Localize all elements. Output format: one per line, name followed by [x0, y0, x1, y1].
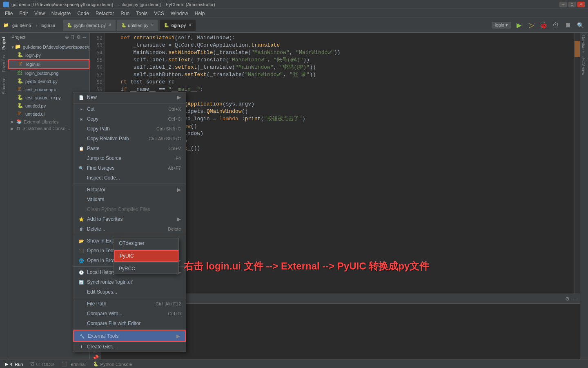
ctx-copy-path[interactable]: Copy Path Ctrl+Shift+C — [73, 124, 186, 134]
tab-untitled[interactable]: 🐍 untitled.py ✕ — [117, 20, 158, 31]
code-line-53: def retranslateUi(self, MainWindow): — [108, 34, 571, 42]
stop-button[interactable]: ⏹ — [564, 21, 572, 30]
ctx-delete[interactable]: 🗑 Delete... Delete — [73, 224, 186, 234]
tab-login[interactable]: 🐍 login.py ✕ — [160, 20, 196, 31]
menu-help[interactable]: Help — [192, 10, 208, 17]
gutter-marker — [575, 41, 580, 57]
menu-edit[interactable]: Edit — [16, 10, 31, 17]
menu-navigate[interactable]: Navigate — [48, 10, 74, 17]
tab-close-untitled[interactable]: ✕ — [151, 23, 154, 27]
settings-icon[interactable]: ⚙ — [76, 34, 81, 40]
ctx-explorer-icon: 📂 — [78, 238, 85, 244]
coverage-button[interactable]: ▷ — [527, 21, 536, 30]
ctx-compare-with[interactable]: Compare With... Ctrl+D — [73, 309, 186, 319]
sub-pyrcc[interactable]: PyRCC — [114, 264, 178, 274]
database-tab[interactable]: Database — [580, 33, 588, 55]
bottom-tab-python-console[interactable]: 🐍 Python Console — [90, 361, 136, 368]
menu-tools[interactable]: Tools — [133, 10, 151, 17]
menu-vcs[interactable]: VCS — [151, 10, 167, 17]
ctx-find-usages[interactable]: 🔍 Find Usages Alt+F7 — [73, 163, 186, 173]
profile-button[interactable]: ⏱ — [551, 21, 560, 30]
ctx-file-path[interactable]: File Path Ctrl+Alt+F12 — [73, 299, 186, 309]
ctx-create-gist[interactable]: ⬆ Create Gist... — [73, 342, 186, 352]
ctx-add-favorites[interactable]: ⭐ Add to Favorites ▶ — [73, 214, 186, 224]
tree-item-login-png[interactable]: 🖼 login_button.png — [8, 69, 89, 77]
ctx-inspect-label: Inspect Code... — [87, 175, 181, 181]
ctx-refactor[interactable]: Refactor ▶ — [73, 185, 186, 195]
tree-item-login-py[interactable]: 🐍 login.py — [8, 51, 89, 59]
tree-root[interactable]: ▼ 📁 gui-demo D:\develop\workspace\python… — [8, 43, 89, 51]
tab-close-pyqt5[interactable]: ✕ — [108, 23, 111, 27]
ctx-validate[interactable]: Validate — [73, 195, 186, 204]
menu-window[interactable]: Window — [167, 10, 192, 17]
run-config-selector[interactable]: login ▾ — [492, 22, 511, 29]
ctx-new[interactable]: 📄 New ▶ — [73, 92, 186, 102]
ctx-history-icon: 🕐 — [78, 269, 85, 276]
ctx-copy-path-icon — [78, 126, 85, 132]
pin-button[interactable]: 📌 — [91, 355, 100, 359]
maximize-button[interactable]: □ — [568, 2, 576, 7]
tab-close-login[interactable]: ✕ — [188, 23, 192, 27]
run-tab-icon-bottom: ▶ — [5, 361, 8, 367]
tab-label-login: login.py — [170, 23, 186, 28]
ctx-jump-to-source[interactable]: Jump to Source F4 — [73, 153, 186, 163]
ctx-synchronize[interactable]: 🔄 Synchronize 'login.ui' — [73, 277, 186, 287]
tab-icon-untitled: 🐍 — [121, 23, 126, 27]
python-console-label: Python Console — [100, 362, 132, 367]
menu-file[interactable]: File — [2, 10, 16, 17]
menu-refactor[interactable]: Refactor — [92, 10, 117, 17]
menu-view[interactable]: View — [31, 10, 48, 17]
ctx-copy-icon: ⎘ — [78, 116, 85, 122]
ctx-edit-scopes[interactable]: Edit Scopes... — [73, 287, 186, 297]
bottom-tab-terminal[interactable]: ⬛ Terminal — [58, 361, 89, 368]
ctx-compare-editor[interactable]: Compare File with Editor — [73, 319, 186, 328]
scv-view-tab[interactable]: SCV view — [580, 55, 588, 78]
ctx-copy-rel-path[interactable]: Copy Relative Path Ctrl+Alt+Shift+C — [73, 134, 186, 144]
label-untitled-py: untitled.py — [25, 103, 46, 108]
tree-item-pyqt5[interactable]: 🐍 pyqt5-demo1.py — [8, 77, 89, 85]
structure-tab[interactable]: Structure — [1, 75, 7, 97]
menu-run[interactable]: Run — [117, 10, 133, 17]
ctx-cut[interactable]: ✂ Cut Ctrl+X — [73, 104, 186, 114]
ctx-refactor-label: Refactor — [87, 187, 177, 193]
todo-tab-label: 6: TODO — [36, 362, 54, 367]
toolbar: 📁 gui-demo › login.ui 🐍 pyqt5-demo1.py ✕… — [0, 18, 588, 33]
ctx-external-tools[interactable]: 🔧 External Tools ▶ — [73, 330, 186, 342]
ctx-refactor-icon — [78, 186, 85, 193]
sub-pyuic[interactable]: PyUIC — [114, 250, 178, 262]
minimize-panel-icon[interactable]: ─ — [82, 34, 86, 40]
ctx-clean-compiled[interactable]: Clean Python Compiled Files — [73, 204, 186, 214]
bottom-tab-run[interactable]: ▶ 4: Run — [2, 361, 26, 368]
file-breadcrumb: login.ui — [41, 23, 55, 28]
ln-55: 55 — [90, 56, 102, 64]
search-everywhere-button[interactable]: 🔍 — [576, 21, 585, 30]
ctx-inspect[interactable]: Inspect Code... — [73, 173, 186, 183]
project-tab[interactable]: Project — [1, 34, 7, 52]
ctx-ext-tools-icon: 🔧 — [79, 333, 85, 339]
root-label: gui-demo D:\develop\workspace\python\gui… — [23, 45, 89, 49]
ext-libs-arrow: ▶ — [11, 119, 16, 124]
ctx-find-icon: 🔍 — [78, 165, 85, 171]
favorites-tab[interactable]: Favorites — [1, 53, 7, 74]
sort-icon[interactable]: ⇅ — [71, 34, 75, 40]
sub-qtdesigner[interactable]: QTdesigner — [114, 238, 178, 248]
ctx-copy-label: Copy — [87, 116, 160, 122]
run-button[interactable]: ▶ — [514, 21, 523, 30]
ctx-browser-icon: 🌐 — [78, 257, 85, 264]
debug-button[interactable]: 🐞 — [539, 21, 548, 30]
ctx-find-shortcut: Alt+F7 — [168, 166, 181, 171]
sync-icon[interactable]: ⊕ — [65, 34, 69, 40]
project-breadcrumb: gui-demo — [12, 23, 31, 28]
run-settings-icon[interactable]: ⚙ — [565, 296, 570, 302]
minimize-button[interactable]: ─ — [559, 2, 567, 7]
close-button[interactable]: ✕ — [577, 2, 585, 7]
bottom-tab-todo[interactable]: ☑ 6: TODO — [27, 361, 57, 368]
ctx-copy[interactable]: ⎘ Copy Ctrl+C — [73, 114, 186, 124]
run-close-icon[interactable]: ─ — [573, 296, 577, 302]
tree-item-login-ui[interactable]: 🖹 login.ui — [8, 59, 89, 69]
tab-pyqt5-demo1[interactable]: 🐍 pyqt5-demo1.py ✕ — [63, 20, 116, 31]
menu-code[interactable]: Code — [74, 10, 92, 17]
ctx-paste[interactable]: 📋 Paste Ctrl+V — [73, 144, 186, 153]
ctx-sync-label: Synchronize 'login.ui' — [87, 279, 181, 285]
label-login-png: login_button.png — [25, 71, 58, 76]
